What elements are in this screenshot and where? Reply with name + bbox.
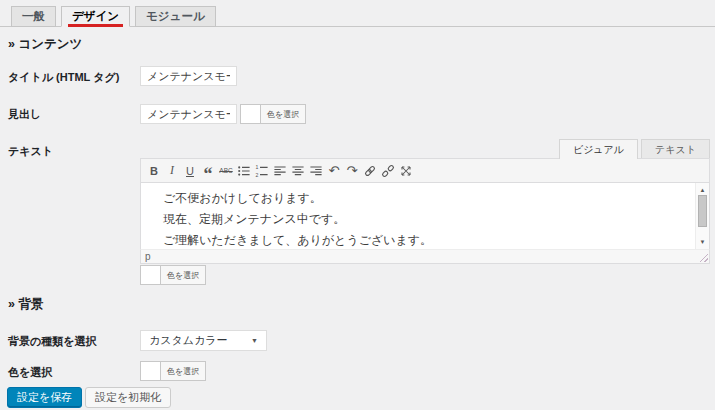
bg-color-field-label: 色を選択 bbox=[8, 365, 52, 380]
redo-icon[interactable]: ↷ bbox=[343, 160, 361, 181]
reset-settings-button[interactable]: 設定を初期化 bbox=[85, 387, 171, 408]
bg-type-select[interactable]: カスタムカラー ▼ bbox=[140, 330, 267, 351]
text-color-swatch bbox=[141, 266, 161, 284]
underline-icon[interactable]: U bbox=[181, 160, 199, 181]
numbered-list-icon[interactable]: 1 2 bbox=[253, 160, 271, 181]
bg-color-picker[interactable]: 色を選択 bbox=[140, 361, 206, 381]
bg-color-swatch bbox=[141, 362, 161, 380]
editor-tab-visual[interactable]: ビジュアル bbox=[559, 139, 638, 159]
editor-status-bar: p bbox=[140, 249, 710, 264]
scroll-up-icon[interactable]: ▲ bbox=[696, 186, 709, 194]
bg-select-color-button[interactable]: 色を選択 bbox=[161, 362, 205, 380]
heading-color-picker[interactable]: 色を選択 bbox=[240, 104, 306, 124]
scroll-down-icon[interactable]: ▼ bbox=[696, 238, 709, 246]
section-heading-background: » 背景 bbox=[8, 296, 43, 313]
text-select-color-button[interactable]: 色を選択 bbox=[161, 266, 205, 284]
strikethrough-icon[interactable]: ABC bbox=[217, 160, 235, 181]
title-input[interactable] bbox=[140, 66, 237, 86]
scrollbar-thumb[interactable] bbox=[698, 195, 707, 227]
editor-mode-tabs: ビジュアル テキスト bbox=[559, 139, 710, 159]
bullet-list-icon[interactable] bbox=[235, 160, 253, 181]
bg-type-field-label: 背景の種類を選択 bbox=[8, 334, 97, 349]
maintenance-mode-settings-page: 一般 デザイン モジュール » コンテンツ タイトル (HTML タグ) 見出し… bbox=[0, 0, 715, 410]
settings-nav-tabs: 一般 デザイン モジュール bbox=[11, 6, 216, 27]
text-field-label: テキスト bbox=[8, 144, 53, 159]
italic-icon[interactable]: I bbox=[163, 160, 181, 181]
editor-scrollbar[interactable]: ▲ ▼ bbox=[695, 183, 709, 249]
bg-type-selected-value: カスタムカラー bbox=[149, 333, 228, 348]
heading-select-color-button[interactable]: 色を選択 bbox=[261, 105, 305, 123]
editor-content-area[interactable]: ご不便おかけしております。 現在、定期メンテナンス中です。 ご理解いただきまして… bbox=[140, 183, 710, 249]
blockquote-icon[interactable]: “ bbox=[199, 160, 217, 181]
bold-icon[interactable]: B bbox=[145, 160, 163, 181]
tab-design[interactable]: デザイン bbox=[61, 6, 130, 27]
heading-input[interactable] bbox=[140, 104, 237, 124]
text-color-picker[interactable]: 色を選択 bbox=[140, 265, 206, 285]
dropdown-arrow-icon: ▼ bbox=[251, 337, 258, 344]
tab-modules[interactable]: モジュール bbox=[135, 6, 216, 27]
editor-element-path: p bbox=[145, 251, 151, 262]
fullscreen-icon[interactable] bbox=[397, 160, 415, 181]
unlink-icon[interactable] bbox=[379, 160, 397, 181]
editor-tab-text[interactable]: テキスト bbox=[641, 139, 710, 159]
editor-text-line: 現在、定期メンテナンス中です。 bbox=[163, 209, 709, 230]
link-icon[interactable] bbox=[361, 160, 379, 181]
tab-general[interactable]: 一般 bbox=[11, 6, 56, 27]
editor-text-line: ご不便おかけしております。 bbox=[163, 188, 709, 209]
heading-color-swatch bbox=[241, 105, 261, 123]
svg-text:2: 2 bbox=[256, 171, 259, 177]
section-heading-content: » コンテンツ bbox=[8, 36, 82, 53]
resize-handle-icon[interactable] bbox=[699, 253, 708, 262]
editor-toolbar: B I U “ ABC 1 2 bbox=[140, 158, 710, 183]
undo-icon[interactable]: ↶ bbox=[325, 160, 343, 181]
align-left-icon[interactable] bbox=[271, 160, 289, 181]
svg-text:1: 1 bbox=[256, 164, 259, 170]
align-center-icon[interactable] bbox=[289, 160, 307, 181]
heading-field-label: 見出し bbox=[8, 107, 41, 122]
save-settings-button[interactable]: 設定を保存 bbox=[7, 387, 82, 408]
align-right-icon[interactable] bbox=[307, 160, 325, 181]
editor-text-line: ご理解いただきまして、ありがとうございます。 bbox=[163, 230, 709, 249]
text-editor: ビジュアル テキスト B I U “ ABC 1 bbox=[140, 139, 710, 264]
title-field-label: タイトル (HTML タグ) bbox=[8, 70, 119, 85]
